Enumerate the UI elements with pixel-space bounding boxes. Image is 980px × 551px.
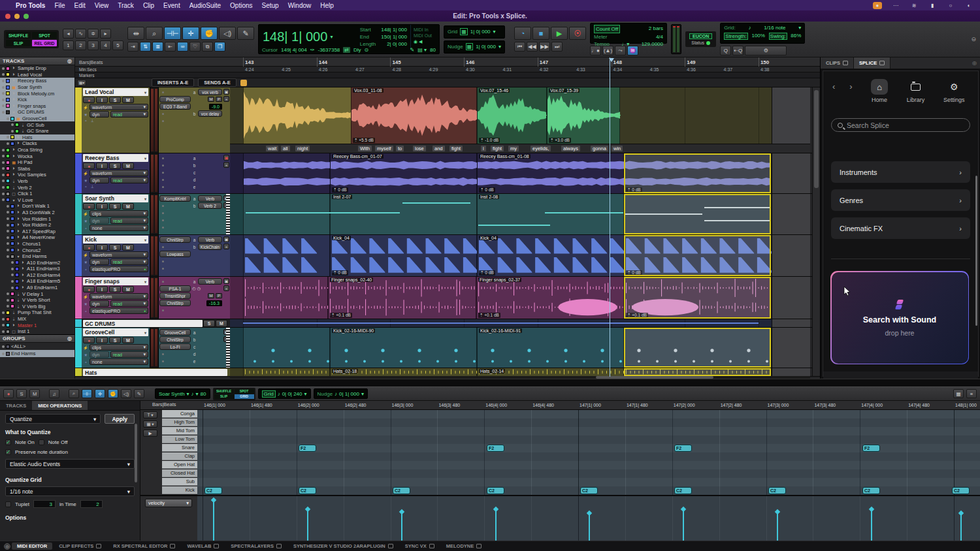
track-active-dot[interactable]: [2, 311, 5, 314]
menu-item-clip[interactable]: Clip: [143, 2, 154, 9]
lyric-word[interactable]: to: [396, 146, 404, 151]
send-level-display[interactable]: -16.3: [206, 300, 222, 306]
drum-note-grid[interactable]: C2C2C2C2C2C2C2C2C2F2F2F2F2: [197, 410, 980, 495]
add-insert-button[interactable]: +: [223, 96, 229, 102]
timebase-icon[interactable]: ⚡: [83, 212, 88, 216]
elastic-plugin-selector[interactable]: none▾: [90, 358, 148, 365]
empty-send-slot[interactable]: c: [192, 169, 222, 176]
track-name-menu-icon[interactable]: ▾: [144, 156, 146, 161]
track-options-button[interactable]: ▣: [223, 89, 229, 95]
clip-gain-badge[interactable]: ⇡ +3.0 dB: [549, 138, 571, 143]
track-view-selector[interactable]: waveform▾: [90, 293, 148, 300]
midi-note-kick[interactable]: C2: [862, 487, 880, 494]
track-list-item[interactable]: ⏵Voc Samples: [0, 172, 74, 178]
midi-note-snare[interactable]: F2: [487, 445, 504, 452]
track-color-swatch[interactable]: [10, 292, 14, 296]
bottom-tab-midi-editor[interactable]: MIDI EDITOR: [12, 543, 52, 550]
track-name[interactable]: Lead Vocal: [85, 89, 114, 95]
group-list-item[interactable]: <ALL>: [0, 343, 74, 350]
panel-collapse-icon[interactable]: ◎: [968, 57, 980, 69]
automation-dyn-selector[interactable]: dyn: [90, 259, 109, 265]
add-insert-button[interactable]: +: [223, 285, 229, 291]
lyric-word[interactable]: i: [481, 146, 486, 151]
track-solo-button[interactable]: S: [109, 97, 121, 103]
midi-note-kick[interactable]: C2: [952, 487, 970, 494]
track-solo-button[interactable]: S: [203, 320, 215, 327]
empty-insert-slot[interactable]: [162, 260, 164, 262]
track-list-item[interactable]: ⏵Vox Riddim 1: [0, 215, 74, 222]
bottom-tab-wavelab[interactable]: WAVELAB: [182, 543, 224, 550]
track-mute-button[interactable]: M: [122, 97, 134, 103]
track-name-menu-icon[interactable]: ▾: [144, 197, 146, 201]
track-color-swatch[interactable]: [10, 242, 14, 245]
track-color-swatch[interactable]: [6, 154, 10, 158]
midi-solo-icon[interactable]: S: [16, 389, 27, 398]
tab-clips[interactable]: CLIPS: [821, 57, 854, 69]
bottom-tab-melodyne[interactable]: MELODYNE: [441, 543, 487, 550]
track-list-item[interactable]: ⏵Stabs: [0, 166, 74, 172]
track-list-item[interactable]: ⏵A3 DontWalk 2: [0, 210, 74, 216]
insert-plugin-button[interactable]: ChnlStrp: [159, 300, 191, 306]
nudge-value-display[interactable]: Nudge▦1| 0| 000▾: [444, 40, 505, 54]
track-list-mini-icon[interactable]: ▦▾: [77, 80, 86, 86]
track-list-item[interactable]: ⏵Kick: [0, 97, 74, 103]
audio-clip[interactable]: [243, 87, 359, 144]
track-input-button[interactable]: I: [96, 337, 108, 343]
ops-scrollbar[interactable]: [135, 424, 137, 482]
tab-splice[interactable]: SPLICE: [854, 57, 890, 69]
grabber-tool-icon[interactable]: ✊: [201, 27, 218, 40]
menu-item-options[interactable]: Options: [230, 2, 252, 9]
automation-dyn-selector[interactable]: dyn: [90, 111, 109, 118]
tab-midi-operations[interactable]: MIDI OPERATIONS: [32, 401, 88, 410]
edit-selection-highlight[interactable]: [624, 277, 771, 319]
insert-plugin-button[interactable]: Lowpass: [159, 251, 191, 257]
empty-send-slot[interactable]: e: [192, 183, 222, 190]
track-active-dot[interactable]: [2, 86, 5, 89]
track-input-button[interactable]: I: [96, 163, 108, 169]
midi-ruler[interactable]: Bars|Beats146|1| 000146|1| 480146|2| 000…: [140, 401, 980, 410]
zoom-window-button[interactable]: [24, 14, 29, 19]
track-header[interactable]: Reecey Bass▾●ISM⚡waveform▾✳dynread▾⟓⊥abc…: [75, 153, 230, 193]
empty-insert-slot[interactable]: [162, 91, 164, 93]
edit-selection-highlight[interactable]: [624, 194, 771, 234]
velocity-stem[interactable]: [589, 513, 590, 541]
minimize-window-button[interactable]: [14, 14, 20, 19]
track-list-item[interactable]: ⏵Orca String: [0, 147, 74, 153]
shield-icon[interactable]: [240, 80, 247, 86]
track-color-swatch[interactable]: [10, 248, 14, 252]
empty-insert-slot[interactable]: [162, 212, 164, 214]
track-color-swatch[interactable]: [15, 129, 19, 133]
track-color-swatch[interactable]: [6, 173, 10, 177]
empty-insert-slot[interactable]: [162, 268, 164, 270]
track-list-item[interactable]: ⏵A11 EndHarm3: [0, 266, 74, 272]
audio-zoom-button[interactable]: ∿: [75, 29, 86, 39]
midi-note-kick[interactable]: C2: [768, 487, 786, 494]
automation-mode-selector[interactable]: read▾: [110, 177, 148, 183]
fast-forward-button[interactable]: ▶▶: [539, 42, 550, 52]
splice-scrollbar[interactable]: [975, 176, 977, 326]
track-active-dot[interactable]: [2, 330, 5, 333]
toolbar-collapse-icon[interactable]: ⊖: [971, 36, 976, 42]
track-color-swatch[interactable]: [6, 198, 10, 202]
track-color-swatch[interactable]: [10, 304, 14, 308]
track-solo-button[interactable]: S: [109, 203, 121, 210]
note-on-checkbox[interactable]: ✓: [5, 439, 11, 445]
track-active-dot[interactable]: [2, 149, 5, 151]
midi-mode-slip[interactable]: SLIP: [214, 394, 234, 399]
track-color-swatch[interactable]: [6, 330, 10, 334]
track-active-dot[interactable]: [2, 198, 5, 201]
drum-lane-label-kick[interactable]: Kick: [162, 486, 197, 494]
audio-clip[interactable]: Kick_04⇡ 0 dB: [330, 235, 477, 276]
group-active-dot[interactable]: [2, 345, 5, 348]
midi-grabber-icon[interactable]: ✊: [108, 389, 118, 398]
track-name-menu-icon[interactable]: ▾: [144, 90, 146, 95]
track-list-item[interactable]: ⏵Vox Riddim 2: [0, 222, 74, 228]
track-header[interactable]: Soar Synth▾●ISM⚡clips▾✳dynread▾⟓none▾Kom…: [75, 194, 230, 234]
track-active-dot[interactable]: [7, 249, 9, 251]
track-options-button[interactable]: ▣: [223, 278, 229, 284]
track-list-item[interactable]: ⏵A17 SpeedRap: [0, 228, 74, 234]
send-pre-button[interactable]: P: [216, 293, 222, 298]
conductor-button[interactable]: ♒: [627, 46, 638, 55]
drum-lane-label-high-tom[interactable]: High Tom: [162, 418, 197, 426]
insert-plugin-button[interactable]: TrnsntShpr: [159, 292, 191, 299]
